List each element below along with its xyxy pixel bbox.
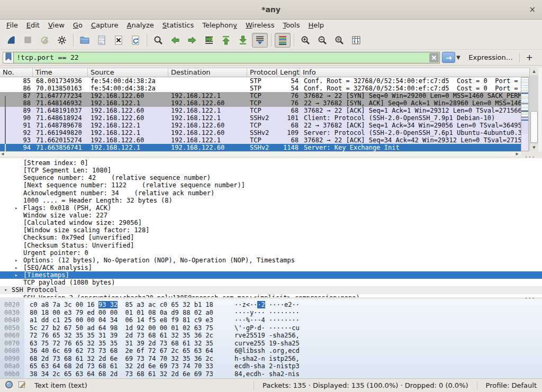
reload-file-button[interactable]	[128, 33, 143, 48]
add-filter-button[interactable]: +	[520, 52, 539, 62]
detail-line[interactable]: Sequence number: 42 (relative sequence n…	[0, 174, 542, 181]
clear-filter-button[interactable]	[429, 53, 439, 62]
vscroll-thumb[interactable]	[530, 111, 538, 143]
column-header-info[interactable]: Info	[300, 68, 542, 77]
go-to-packet-button[interactable]	[201, 33, 217, 48]
packet-row[interactable]: 9171.648789678192.168.122.1192.168.122.6…	[0, 122, 521, 129]
menu-item-edit[interactable]: Edit	[22, 21, 44, 30]
capture-options-button[interactable]	[54, 33, 70, 48]
packet-list-hscrollbar[interactable]: ◀ ▶	[0, 151, 521, 156]
detail-line[interactable]: TCP payload (1080 bytes)	[0, 279, 542, 286]
go-last-button[interactable]	[235, 33, 251, 48]
capture-comment-icon[interactable]	[18, 380, 26, 390]
packet-row[interactable]: 8771.647777234192.168.122.60192.168.122.…	[0, 92, 521, 99]
scroll-up-icon[interactable]: ▲	[530, 68, 538, 75]
close-window-icon[interactable]: ×	[529, 5, 536, 14]
detail-line[interactable]: [Next sequence number: 1122 (relative se…	[0, 181, 542, 189]
menu-item-wireless[interactable]: Wireless	[241, 21, 278, 30]
menu-item-view[interactable]: View	[44, 21, 69, 30]
go-first-button[interactable]	[218, 33, 234, 48]
hex-row[interactable]: 00a065 63 64 68 2d 73 68 61 32 2d 6e 69 …	[0, 362, 542, 370]
column-header-no[interactable]: No.	[0, 68, 33, 77]
detail-line[interactable]: [Checksum Status: Unverified]	[0, 242, 542, 249]
detail-line[interactable]: Checksum: 0x79ed [unverified]	[0, 234, 542, 241]
menu-item-help[interactable]: Help	[304, 21, 328, 30]
stop-capture-button[interactable]	[20, 33, 36, 48]
menu-item-tools[interactable]: Tools	[278, 21, 304, 30]
resize-columns-button[interactable]	[348, 33, 364, 48]
packet-row[interactable]: 9471.663856741192.168.122.1192.168.122.6…	[0, 144, 521, 151]
detail-line[interactable]: [Window size scaling factor: 128]	[0, 226, 542, 234]
detail-line[interactable]: ▸[SEQ/ACK analysis]	[0, 264, 542, 271]
packet-list-vscrollbar[interactable]: ▲ ▼	[529, 68, 538, 151]
filter-dropdown-caret-icon[interactable]: ▼	[455, 54, 461, 60]
start-capture-button[interactable]	[3, 33, 19, 48]
find-packet-button[interactable]	[150, 33, 166, 48]
detail-line[interactable]: 1000 .... = Header Length: 32 bytes (8)	[0, 197, 542, 204]
detail-line[interactable]: ▸[Timestamps]	[0, 271, 542, 279]
go-forward-button[interactable]	[184, 33, 200, 48]
packet-row[interactable]: 8568.001734936fe:54:00:d4:38:2aSTP54Conf…	[0, 77, 521, 85]
column-header-time[interactable]: Time	[33, 68, 88, 77]
filter-bookmark-button[interactable]	[3, 52, 13, 63]
detail-line[interactable]: Acknowledgment number: 34 (relative ack …	[0, 189, 542, 197]
hex-row[interactable]: 007063 75 72 76 65 32 35 35 31 39 2d 73 …	[0, 340, 542, 348]
restart-capture-button[interactable]	[37, 33, 53, 48]
profile-button[interactable]: Profile: Default	[478, 381, 542, 389]
packet-row[interactable]: 9371.662015274192.168.122.60192.168.122.…	[0, 136, 521, 144]
packet-row[interactable]: 8971.648191037192.168.122.60192.168.122.…	[0, 107, 521, 114]
menu-item-telephony[interactable]: Telephony	[198, 21, 241, 30]
hex-row[interactable]: 0020c0 a8 7a 3c 00 16 93 32 85 a3 ac c0 …	[0, 301, 542, 309]
column-header-length[interactable]: Length	[277, 68, 300, 77]
packet-row[interactable]: 8670.013850163fe:54:00:d4:38:2aSTP54Conf…	[0, 85, 521, 92]
packet-row[interactable]: 9071.648618924192.168.122.60192.168.122.…	[0, 114, 521, 122]
hex-row[interactable]: 008036 40 6c 69 62 73 73 68 2e 6f 72 67 …	[0, 347, 542, 355]
display-filter-input[interactable]	[13, 52, 440, 63]
auto-scroll-button[interactable]	[252, 33, 268, 48]
zoom-out-button[interactable]	[314, 33, 330, 48]
expand-arrow-icon[interactable]: ▸	[15, 264, 17, 271]
close-file-button[interactable]	[111, 33, 127, 48]
hex-row[interactable]: 00b038 34 2c 65 63 64 68 2d 73 68 61 32 …	[0, 370, 542, 378]
collapse-arrow-icon[interactable]: ▾	[4, 286, 7, 294]
packet-row[interactable]: 9271.661949820192.168.122.1192.168.122.6…	[0, 129, 521, 136]
expand-arrow-icon[interactable]: ▸	[15, 204, 17, 212]
expert-info-icon[interactable]	[5, 380, 13, 390]
menu-item-file[interactable]: File	[2, 21, 22, 30]
hex-row[interactable]: 0040a1 dd c1 25 00 00 04 34 06 14 f5 e8 …	[0, 316, 542, 324]
expand-arrow-icon[interactable]: ▸	[15, 257, 17, 264]
intelligent-scrollbar-minimap[interactable]	[521, 77, 529, 151]
column-header-destination[interactable]: Destination	[168, 68, 247, 77]
go-back-button[interactable]	[167, 33, 183, 48]
column-header-source[interactable]: Source	[88, 68, 168, 77]
hex-row[interactable]: 003080 18 00 e3 79 ed 00 00 01 01 08 0a …	[0, 309, 542, 317]
packet-row[interactable]: 8871.648146932192.168.122.1192.168.122.6…	[0, 99, 521, 107]
detail-line[interactable]: ▸Options: (12 bytes), No-Operation (NOP)…	[0, 257, 542, 264]
scroll-right-icon[interactable]: ▶	[516, 152, 519, 156]
hex-row[interactable]: 006072 76 65 32 35 35 31 39 2d 73 68 61 …	[0, 332, 542, 340]
detail-line[interactable]: [Stream index: 0]	[0, 159, 542, 167]
open-file-button[interactable]	[77, 33, 93, 48]
zoom-in-button[interactable]	[297, 33, 313, 48]
save-file-button[interactable]: 010101100011	[94, 33, 110, 48]
column-header-protocol[interactable]: Protocol	[247, 68, 277, 77]
colorize-button[interactable]	[275, 33, 291, 48]
menu-item-go[interactable]: Go	[69, 21, 87, 30]
detail-line[interactable]: Urgent pointer: 0	[0, 249, 542, 257]
scroll-down-icon[interactable]: ▼	[530, 144, 538, 151]
menu-item-capture[interactable]: Capture	[87, 21, 123, 30]
zoom-reset-button[interactable]	[331, 33, 347, 48]
menu-item-statistics[interactable]: Statistics	[158, 21, 198, 30]
apply-filter-button[interactable]: →	[442, 52, 455, 63]
menu-item-analyze[interactable]: Analyze	[123, 21, 158, 30]
detail-line[interactable]: [Calculated window size: 29056]	[0, 219, 542, 226]
hex-row[interactable]: 00505c 27 b2 67 50 ad 64 98 1d 92 00 00 …	[0, 324, 542, 332]
hex-row[interactable]: 009068 2d 73 68 61 32 2d 6e 69 73 74 70 …	[0, 355, 542, 363]
scroll-left-icon[interactable]: ◀	[1, 152, 4, 156]
detail-line[interactable]: ▸Flags: 0x018 (PSH, ACK)	[0, 204, 542, 212]
detail-line[interactable]: Window size value: 227	[0, 212, 542, 219]
detail-line[interactable]: ▾SSH Protocol	[0, 286, 542, 294]
expand-arrow-icon[interactable]: ▸	[15, 271, 17, 279]
detail-line[interactable]: [TCP Segment Len: 1080]	[0, 167, 542, 174]
expression-button[interactable]: Expression…	[461, 53, 519, 61]
